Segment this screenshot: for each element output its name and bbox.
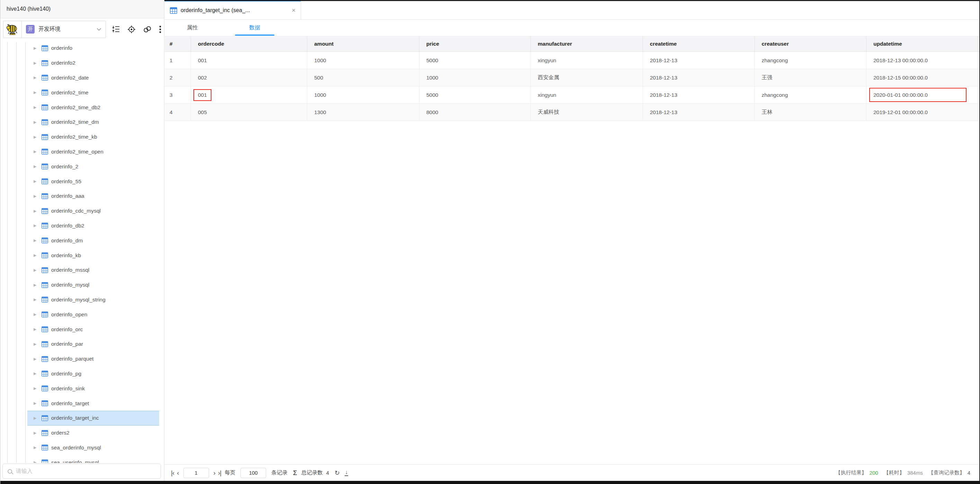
expander-triangle-icon[interactable]: ▶ [33,401,38,406]
expander-triangle-icon[interactable]: ▶ [33,238,38,243]
cell-manufacturer-row3[interactable]: xingyun [531,86,643,103]
cell-createuser-row3[interactable]: zhangcong [755,86,867,103]
expander-triangle-icon[interactable]: ▶ [33,342,38,346]
tree-item-orderinfo[interactable]: ▶ orderinfo [0,41,164,56]
tree-item-orderinfo_55[interactable]: ▶ orderinfo_55 [0,174,164,189]
cell-manufacturer-row4[interactable]: 天威科技 [531,104,643,121]
cell-#-row3[interactable]: 3 [165,86,191,103]
expander-triangle-icon[interactable]: ▶ [33,61,38,65]
tree-item-orderinfo2_time_kb[interactable]: ▶ orderinfo2_time_kb [0,130,164,144]
column-header-rownum[interactable]: # [165,36,191,51]
column-header-manufacturer[interactable]: manufacturer [531,36,643,51]
cell-#-row4[interactable]: 4 [165,104,191,121]
expander-triangle-icon[interactable]: ▶ [33,253,38,257]
cell-createtime-row4[interactable]: 2018-12-13 [643,104,755,121]
expander-triangle-icon[interactable]: ▶ [33,312,38,317]
expander-triangle-icon[interactable]: ▶ [33,46,38,51]
tree-item-orderinfo_target_inc[interactable]: ▶ orderinfo_target_inc [0,411,164,425]
next-page-button[interactable]: › [212,470,216,476]
tree-item-orderinfo_aaa[interactable]: ▶ orderinfo_aaa [0,189,164,204]
tree-item-orderinfo_par[interactable]: ▶ orderinfo_par [0,337,164,352]
tree-item-orderinfo_sink[interactable]: ▶ orderinfo_sink [0,381,164,396]
cell-amount-row4[interactable]: 1300 [307,104,419,121]
expander-triangle-icon[interactable]: ▶ [33,179,38,184]
download-icon[interactable]: ↓ [345,470,348,476]
expander-triangle-icon[interactable]: ▶ [33,209,38,213]
expander-triangle-icon[interactable]: ▶ [33,460,38,463]
tab-data[interactable]: 数据 [234,20,275,36]
cell-price-row3[interactable]: 5000 [419,86,531,103]
tree-item-orderinfo_orc[interactable]: ▶ orderinfo_orc [0,322,164,337]
expander-triangle-icon[interactable]: ▶ [33,386,38,390]
tree-item-orderinfo2_time_dm[interactable]: ▶ orderinfo2_time_dm [0,115,164,130]
tree-item-orderinfo_cdc_mysql[interactable]: ▶ orderinfo_cdc_mysql [0,204,164,219]
expander-triangle-icon[interactable]: ▶ [33,445,38,450]
tree-item-orderinfo2_time_open[interactable]: ▶ orderinfo2_time_open [0,144,164,159]
cell-manufacturer-row2[interactable]: 西安金属 [531,69,643,86]
tab-properties[interactable]: 属性 [172,20,213,36]
tree-item-orderinfo2[interactable]: ▶ orderinfo2 [0,56,164,70]
page-size-input[interactable] [240,468,266,478]
column-header-ordercode[interactable]: ordercode [191,36,307,51]
tree-item-orderinfo_target[interactable]: ▶ orderinfo_target [0,396,164,411]
page-number-input[interactable] [183,468,209,478]
expander-triangle-icon[interactable]: ▶ [33,105,38,109]
expander-triangle-icon[interactable]: ▶ [33,327,38,332]
cell-amount-row3[interactable]: 1000 [307,86,419,103]
tree-item-sea_userinfo_mysql[interactable]: ▶ sea_userinfo_mysql [0,455,164,463]
refresh-icon[interactable]: ↻ [335,469,340,477]
locate-target-icon[interactable] [127,25,136,33]
tree-item-orderinfo_db2[interactable]: ▶ orderinfo_db2 [0,219,164,233]
cell-updatetime-row1[interactable]: 2018-12-13 00:00:00.0 [867,52,978,69]
tree-item-sea_orderinfo_mysql[interactable]: ▶ sea_orderinfo_mysql [0,440,164,455]
expander-triangle-icon[interactable]: ▶ [33,149,38,154]
more-vertical-icon[interactable] [159,25,161,33]
tree-item-orderinfo2_date[interactable]: ▶ orderinfo2_date [0,70,164,86]
tree-item-orderinfo_parquet[interactable]: ▶ orderinfo_parquet [0,352,164,367]
tree-item-orderinfo_kb[interactable]: ▶ orderinfo_kb [0,248,164,263]
expander-triangle-icon[interactable]: ▶ [33,297,38,302]
tree-search-input[interactable] [16,468,156,474]
expander-triangle-icon[interactable]: ▶ [33,120,38,124]
cell-createuser-row4[interactable]: 王林 [755,104,867,121]
tree-item-orderinfo_2[interactable]: ▶ orderinfo_2 [0,159,164,174]
environment-dropdown[interactable]: 开 开发环境 [22,21,105,38]
expander-triangle-icon[interactable]: ▶ [33,75,38,80]
cell-price-row4[interactable]: 8000 [419,104,531,121]
tree-item-orderinfo_open[interactable]: ▶ orderinfo_open [0,307,164,322]
column-header-amount[interactable]: amount [307,36,419,51]
expander-triangle-icon[interactable]: ▶ [33,268,38,273]
expander-triangle-icon[interactable]: ▶ [33,223,38,228]
cell-createtime-row3[interactable]: 2018-12-13 [643,86,755,103]
cell-#-row1[interactable]: 1 [165,52,191,69]
cell-ordercode-row2[interactable]: 002 [191,69,307,86]
last-page-button[interactable]: ›| [216,470,223,476]
first-page-button[interactable]: |‹ [170,470,175,476]
prev-page-button[interactable]: ‹ [175,470,180,476]
expander-triangle-icon[interactable]: ▶ [33,135,38,139]
cell-#-row2[interactable]: 2 [165,69,191,86]
cell-createuser-row1[interactable]: zhangcong [755,52,867,69]
column-header-createuser[interactable]: createuser [755,36,867,51]
tree-item-orderinfo_mssql[interactable]: ▶ orderinfo_mssql [0,263,164,278]
environment-selector[interactable]: HIVE 开 开发环境 [3,21,106,38]
cell-price-row1[interactable]: 5000 [419,52,531,69]
cell-ordercode-row1[interactable]: 001 [191,52,307,69]
expander-triangle-icon[interactable]: ▶ [33,164,38,169]
cell-price-row2[interactable]: 1000 [419,69,531,86]
column-header-createtime[interactable]: createtime [643,36,755,51]
expander-triangle-icon[interactable]: ▶ [33,416,38,421]
tree-item-orderinfo_pg[interactable]: ▶ orderinfo_pg [0,367,164,381]
tree-item-orderinfo_mysql[interactable]: ▶ orderinfo_mysql [0,278,164,292]
expander-triangle-icon[interactable]: ▶ [33,371,38,376]
cell-updatetime-row3[interactable]: 2020-01-01 00:00:00.0 [867,86,978,103]
cell-createtime-row1[interactable]: 2018-12-13 [643,52,755,69]
expander-triangle-icon[interactable]: ▶ [33,283,38,287]
expander-triangle-icon[interactable]: ▶ [33,194,38,198]
tree-item-orderinfo2_time[interactable]: ▶ orderinfo2_time [0,85,164,100]
column-header-updatetime[interactable]: updatetime [867,36,978,51]
expander-triangle-icon[interactable]: ▶ [33,357,38,361]
sum-icon[interactable]: Σ [293,469,297,477]
cell-amount-row1[interactable]: 1000 [307,52,419,69]
cell-ordercode-row4[interactable]: 005 [191,104,307,121]
